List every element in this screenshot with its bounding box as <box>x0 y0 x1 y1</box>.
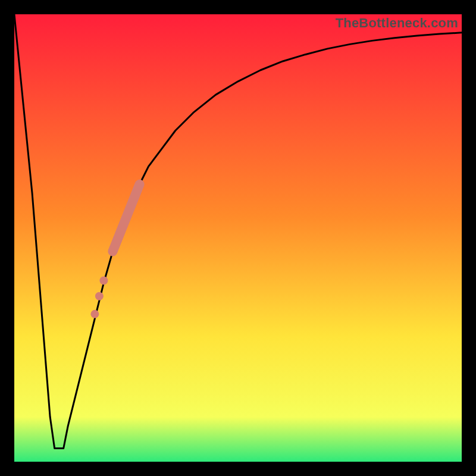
marker-dot <box>99 276 108 284</box>
chart-frame: TheBottleneck.com <box>0 0 476 476</box>
marker-dot <box>95 292 104 300</box>
bottleneck-chart <box>14 14 462 462</box>
plot-area: TheBottleneck.com <box>14 14 462 462</box>
marker-dot <box>90 310 99 318</box>
